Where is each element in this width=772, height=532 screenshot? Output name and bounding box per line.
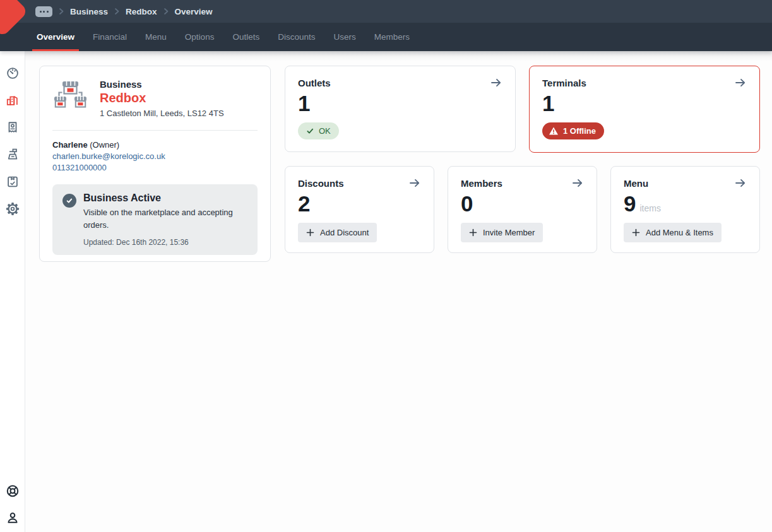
discounts-card: Discounts 2 Add Discount — [285, 166, 434, 253]
dashboard-gauge-icon — [6, 66, 20, 80]
add-menu-items-button[interactable]: Add Menu & Items — [624, 223, 722, 242]
arrow-right-icon[interactable] — [734, 177, 747, 189]
sidebar-item-help[interactable] — [5, 483, 20, 499]
terminals-count: 1 — [542, 91, 554, 116]
arrow-right-icon[interactable] — [571, 177, 584, 189]
business-address: 1 Castleton Mill, Leeds, LS12 4TS — [100, 109, 224, 118]
outlets-count: 1 — [298, 91, 309, 116]
breadcrumb-ellipsis-button[interactable] — [35, 6, 52, 17]
register-icon — [6, 148, 20, 162]
business-identity: Business Redbox 1 Castleton Mill, Leeds,… — [100, 79, 224, 118]
business-status-text: Business Active Visible on the marketpla… — [83, 192, 242, 247]
sidebar-item-dashboard[interactable] — [5, 66, 20, 81]
sidebar-item-settings[interactable] — [5, 201, 20, 216]
business-buildings-icon — [6, 93, 20, 107]
arrow-right-icon[interactable] — [408, 177, 421, 189]
account-person-icon — [6, 511, 20, 525]
dot-icon — [43, 11, 45, 13]
terminals-card: Terminals 1 1 Offline — [529, 66, 760, 153]
chevron-right-icon — [58, 8, 64, 15]
divider — [52, 130, 258, 131]
breadcrumb-item-redbox[interactable]: Redbox — [126, 7, 157, 16]
tasks-clipboard-icon — [6, 175, 20, 189]
tab-menu[interactable]: Menu — [141, 23, 171, 51]
sidebar-item-tasks[interactable] — [5, 174, 20, 189]
owner-line: Charlene (Owner) — [52, 140, 258, 150]
warning-icon — [549, 126, 559, 136]
tab-outlets[interactable]: Outlets — [228, 23, 264, 51]
sidebar-item-business[interactable] — [5, 93, 20, 108]
menu-title: Menu — [624, 178, 648, 189]
chevron-right-icon — [163, 8, 169, 15]
sidebar-item-account[interactable] — [5, 511, 20, 526]
status-updated: Updated: Dec 16th 2022, 15:36 — [83, 238, 242, 247]
storefront-icon — [52, 79, 89, 109]
tab-financial[interactable]: Financial — [88, 23, 131, 51]
sidebar — [0, 51, 25, 532]
dot-icon — [47, 11, 49, 13]
help-lifebuoy-icon — [6, 484, 20, 498]
members-card: Members 0 Invite Member — [448, 166, 597, 253]
discounts-title: Discounts — [298, 178, 344, 189]
dot-icon — [40, 11, 42, 13]
breadcrumb-bar: Business Redbox Overview — [0, 0, 772, 23]
tab-options[interactable]: Options — [181, 23, 219, 51]
check-circle-icon — [62, 194, 76, 208]
business-card-header: Business Redbox 1 Castleton Mill, Leeds,… — [52, 79, 258, 118]
terminals-offline-badge: 1 Offline — [542, 122, 604, 139]
chevron-right-icon — [114, 8, 120, 15]
settings-gear-icon — [6, 202, 20, 216]
tab-bar: Overview Financial Menu Options Outlets … — [0, 23, 772, 51]
breadcrumb: Business Redbox Overview — [35, 0, 213, 23]
sidebar-item-receipts[interactable] — [5, 120, 20, 135]
outlets-card: Outlets 1 OK — [285, 66, 516, 152]
main-content: Business Redbox 1 Castleton Mill, Leeds,… — [25, 51, 772, 532]
terminals-title: Terminals — [542, 78, 586, 88]
plus-icon — [306, 228, 314, 237]
owner-role: (Owner) — [88, 140, 120, 150]
check-icon — [306, 127, 314, 135]
tab-members[interactable]: Members — [370, 23, 414, 51]
owner-phone-link[interactable]: 011321000000 — [52, 163, 258, 172]
plus-icon — [469, 228, 477, 237]
business-card: Business Redbox 1 Castleton Mill, Leeds,… — [39, 66, 271, 262]
members-count: 0 — [461, 191, 472, 216]
status-title: Business Active — [83, 192, 242, 204]
arrow-right-icon[interactable] — [490, 76, 502, 89]
outlets-title: Outlets — [298, 78, 331, 88]
add-discount-button[interactable]: Add Discount — [298, 223, 377, 242]
breadcrumb-item-overview[interactable]: Overview — [175, 7, 213, 16]
business-status-box: Business Active Visible on the marketpla… — [52, 184, 258, 255]
tab-users[interactable]: Users — [329, 23, 360, 51]
owner-email-link[interactable]: charlen.burke@korelogic.co.uk — [52, 151, 258, 161]
menu-count-suffix: items — [639, 203, 660, 213]
status-description: Visible on the marketplace and accepting… — [83, 206, 242, 231]
business-name: Redbox — [100, 91, 224, 105]
tab-discounts[interactable]: Discounts — [273, 23, 319, 51]
menu-count: 9 — [624, 191, 635, 216]
menu-card: Menu 9 items Add Menu & Items — [610, 166, 760, 253]
business-label: Business — [100, 79, 224, 90]
discounts-count: 2 — [298, 191, 309, 216]
tab-overview[interactable]: Overview — [32, 23, 79, 51]
sidebar-item-register[interactable] — [5, 147, 20, 162]
arrow-right-icon[interactable] — [734, 76, 747, 89]
outlets-ok-badge: OK — [298, 122, 339, 139]
invite-member-button[interactable]: Invite Member — [461, 223, 543, 242]
members-title: Members — [461, 178, 502, 189]
plus-icon — [632, 228, 640, 237]
breadcrumb-item-business[interactable]: Business — [70, 7, 108, 16]
owner-name: Charlene — [52, 140, 88, 150]
receipt-icon — [6, 121, 20, 134]
